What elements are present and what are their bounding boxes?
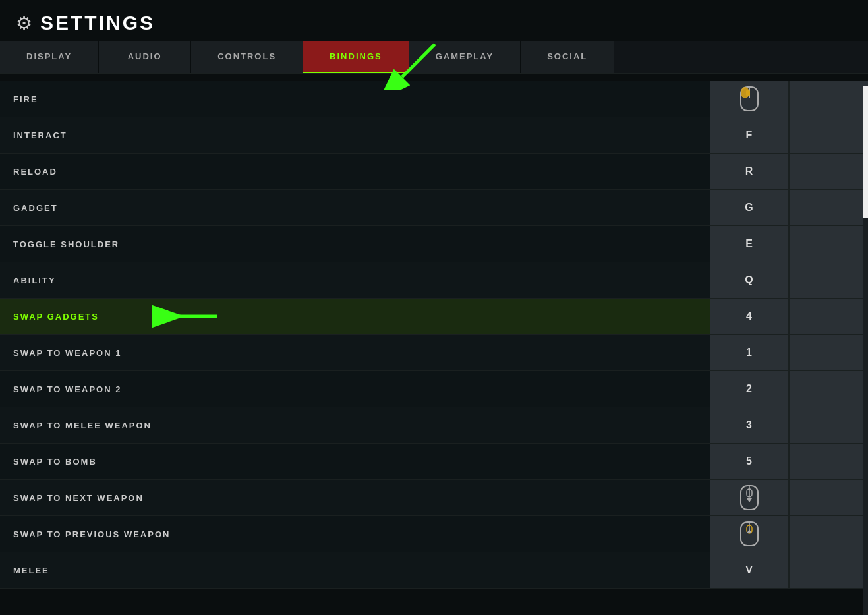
binding-label-swap-melee: SWAP TO MELEE WEAPON [0, 421, 710, 430]
binding-label-swap-prev: SWAP TO PREVIOUS WEAPON [0, 529, 710, 539]
binding-label-melee: MELEE [0, 566, 710, 575]
binding-label-gadget: GADGET [0, 203, 710, 213]
binding-label-interact: INTERACT [0, 131, 710, 140]
key-cell-toggle-shoulder[interactable]: E [710, 226, 789, 262]
key-cell-reload[interactable]: R [710, 154, 789, 189]
content-area: FIRE INTERACT F RELOAD R [0, 74, 868, 604]
key-cell-swap-weapon1[interactable]: 1 [710, 335, 789, 370]
binding-row-ability: ABILITY Q [0, 262, 868, 299]
scrollbar[interactable] [863, 86, 868, 615]
mouse-left-icon [740, 86, 759, 111]
key-alt-fire[interactable] [789, 81, 868, 117]
key-cell-interact[interactable]: F [710, 117, 789, 153]
binding-row-gadget: GADGET G [0, 190, 868, 226]
binding-label-swap-bomb: SWAP TO BOMB [0, 457, 710, 467]
binding-row-swap-melee: SWAP TO MELEE WEAPON 3 [0, 407, 868, 444]
binding-label-swap-gadgets: SWAP GADGETS [0, 312, 710, 322]
bindings-list: FIRE INTERACT F RELOAD R [0, 81, 868, 589]
key-alt-reload[interactable] [789, 154, 868, 189]
binding-label-reload: RELOAD [0, 167, 710, 177]
key-cell-swap-weapon2[interactable]: 2 [710, 371, 789, 407]
scrollbar-thumb[interactable] [863, 86, 868, 218]
key-alt-ability[interactable] [789, 262, 868, 298]
key-alt-gadget[interactable] [789, 190, 868, 225]
binding-row-interact: INTERACT F [0, 117, 868, 154]
binding-row-toggle-shoulder: TOGGLE SHOULDER E [0, 226, 868, 262]
key-alt-interact[interactable] [789, 117, 868, 153]
binding-row-reload: RELOAD R [0, 154, 868, 190]
key-cell-swap-gadgets[interactable]: 4 [710, 299, 789, 334]
tab-audio[interactable]: AUDIO [99, 41, 191, 73]
nav-area: DISPLAY AUDIO CONTROLS BINDINGS GAMEPLAY… [0, 41, 868, 74]
binding-row-swap-bomb: SWAP TO BOMB 5 [0, 444, 868, 480]
binding-label-ability: ABILITY [0, 276, 710, 285]
nav-tabs: DISPLAY AUDIO CONTROLS BINDINGS GAMEPLAY… [0, 41, 868, 74]
header: ⚙ SETTINGS [0, 0, 868, 41]
key-alt-toggle-shoulder[interactable] [789, 226, 868, 262]
binding-row-swap-prev: SWAP TO PREVIOUS WEAPON [0, 516, 868, 552]
key-alt-swap-weapon2[interactable] [789, 371, 868, 407]
tab-social[interactable]: SOCIAL [521, 41, 614, 73]
binding-row-swap-weapon1: SWAP TO WEAPON 1 1 [0, 335, 868, 371]
binding-label-swap-weapon1: SWAP TO WEAPON 1 [0, 348, 710, 358]
binding-row-melee: MELEE V [0, 552, 868, 589]
svg-marker-11 [747, 498, 752, 502]
binding-row-swap-gadgets: SWAP GADGETS 4 [0, 299, 868, 335]
binding-label-fire: FIRE [0, 94, 710, 104]
key-cell-ability[interactable]: Q [710, 262, 789, 298]
binding-row-swap-next: SWAP TO NEXT WEAPON [0, 480, 868, 516]
key-alt-swap-prev[interactable] [789, 516, 868, 552]
tab-display[interactable]: DISPLAY [0, 41, 99, 73]
key-alt-swap-melee[interactable] [789, 407, 868, 443]
key-alt-swap-bomb[interactable] [789, 444, 868, 479]
tab-controls[interactable]: CONTROLS [191, 41, 303, 73]
tab-bindings[interactable]: BINDINGS [303, 41, 409, 73]
key-cell-swap-bomb[interactable]: 5 [710, 444, 789, 479]
page-title: SETTINGS [40, 12, 155, 34]
key-cell-melee[interactable]: V [710, 552, 789, 588]
svg-rect-5 [746, 90, 750, 96]
key-alt-swap-next[interactable] [789, 480, 868, 515]
gear-icon: ⚙ [16, 13, 32, 34]
key-cell-fire[interactable] [710, 81, 789, 117]
key-alt-swap-weapon1[interactable] [789, 335, 868, 370]
key-cell-swap-melee[interactable]: 3 [710, 407, 789, 443]
binding-label-swap-weapon2: SWAP TO WEAPON 2 [0, 384, 710, 394]
key-alt-swap-gadgets[interactable] [789, 299, 868, 334]
mouse-scroll-up-icon [740, 521, 759, 546]
key-alt-melee[interactable] [789, 552, 868, 588]
binding-row-fire: FIRE [0, 81, 868, 117]
key-cell-gadget[interactable]: G [710, 190, 789, 225]
binding-row-swap-weapon2: SWAP TO WEAPON 2 2 [0, 371, 868, 407]
binding-label-swap-next: SWAP TO NEXT WEAPON [0, 493, 710, 503]
key-cell-swap-next[interactable] [710, 480, 789, 515]
key-cell-swap-prev[interactable] [710, 516, 789, 552]
binding-label-toggle-shoulder: TOGGLE SHOULDER [0, 239, 710, 249]
svg-marker-15 [747, 529, 752, 533]
tab-gameplay[interactable]: GAMEPLAY [409, 41, 521, 73]
mouse-scroll-down-icon [740, 485, 759, 510]
